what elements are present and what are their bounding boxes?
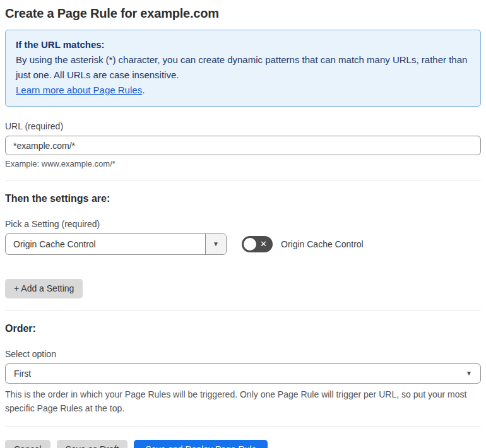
url-field-label: URL (required) bbox=[5, 121, 481, 131]
create-page-rule-form: Create a Page Rule for example.com If th… bbox=[0, 0, 486, 448]
order-select[interactable]: First ▼ bbox=[5, 363, 481, 384]
setting-row: Origin Cache Control ▼ ✕ Origin Cache Co… bbox=[5, 233, 481, 255]
order-select-value: First bbox=[14, 368, 31, 379]
page-title: Create a Page Rule for example.com bbox=[5, 6, 481, 21]
info-heading: If the URL matches: bbox=[16, 37, 470, 52]
toggle-label: Origin Cache Control bbox=[281, 239, 364, 249]
setting-select[interactable]: Origin Cache Control ▼ bbox=[5, 233, 227, 255]
footer-actions: Cancel Save as Draft Save and Deploy Pag… bbox=[5, 440, 481, 448]
url-input[interactable] bbox=[5, 136, 481, 155]
order-section-heading: Order: bbox=[5, 323, 481, 334]
divider bbox=[5, 427, 481, 427]
order-helper-text: This is the order in which your Page Rul… bbox=[5, 387, 477, 415]
learn-more-link[interactable]: Learn more about Page Rules bbox=[16, 85, 142, 95]
toggle-off-x-icon: ✕ bbox=[260, 240, 267, 248]
chevron-down-icon: ▼ bbox=[213, 241, 219, 247]
setting-select-value: Origin Cache Control bbox=[6, 234, 205, 254]
origin-cache-control-toggle[interactable]: ✕ bbox=[242, 236, 273, 252]
order-select-label: Select option bbox=[5, 349, 481, 359]
divider bbox=[5, 180, 481, 180]
setting-select-arrow-button[interactable]: ▼ bbox=[205, 234, 226, 254]
url-example-helper: Example: www.example.com/* bbox=[5, 159, 481, 168]
toggle-knob bbox=[244, 238, 256, 251]
settings-section-heading: Then the settings are: bbox=[5, 193, 481, 204]
info-body-text: By using the asterisk (*) character, you… bbox=[16, 52, 470, 83]
link-suffix: . bbox=[142, 85, 145, 95]
cancel-button[interactable]: Cancel bbox=[5, 440, 50, 448]
info-link-line: Learn more about Page Rules. bbox=[16, 83, 470, 98]
save-deploy-button[interactable]: Save and Deploy Page Rule bbox=[134, 440, 268, 448]
add-setting-button[interactable]: + Add a Setting bbox=[5, 279, 83, 298]
divider bbox=[5, 310, 481, 310]
save-draft-button[interactable]: Save as Draft bbox=[57, 440, 128, 448]
pick-setting-label: Pick a Setting (required) bbox=[5, 219, 481, 229]
url-match-info-callout: If the URL matches: By using the asteris… bbox=[5, 30, 481, 107]
chevron-down-icon: ▼ bbox=[466, 370, 472, 377]
